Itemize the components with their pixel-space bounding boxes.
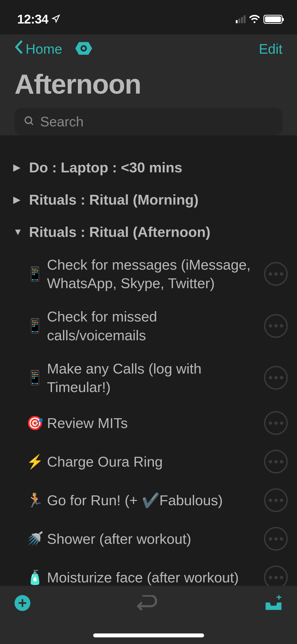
status-time: 12:34: [17, 12, 48, 26]
section-header[interactable]: Do : Laptop : <30 mins: [0, 151, 297, 183]
nav-bar: Home Edit: [0, 34, 297, 63]
page-title: Afternoon: [0, 63, 297, 108]
task-emoji-icon: ⚡: [26, 454, 42, 470]
back-label: Home: [26, 41, 62, 57]
edit-button[interactable]: Edit: [259, 41, 282, 57]
undo-button[interactable]: [137, 595, 158, 615]
more-button[interactable]: [264, 527, 288, 551]
nav-left: Home: [15, 40, 93, 58]
disclosure-triangle-icon: [13, 162, 21, 173]
svg-point-1: [82, 47, 85, 50]
task-text: Moisturize face (after workout): [47, 568, 259, 587]
ellipsis-icon: [269, 537, 283, 541]
task-item[interactable]: 📱 Check for missed calls/voicemails: [0, 300, 297, 352]
section-title: Rituals : Ritual (Afternoon): [29, 224, 210, 240]
add-button[interactable]: [15, 595, 30, 611]
ellipsis-icon: [269, 499, 283, 502]
section-title: Rituals : Ritual (Morning): [29, 191, 199, 208]
ellipsis-icon: [269, 324, 283, 328]
more-button[interactable]: [264, 411, 288, 435]
more-button[interactable]: [264, 262, 288, 286]
search-placeholder: Search: [40, 114, 84, 130]
perspective-icon[interactable]: [74, 41, 93, 57]
task-text: Check for messages (iMessage, WhatsApp, …: [47, 255, 259, 292]
section-header[interactable]: Rituals : Ritual (Morning): [0, 183, 297, 216]
task-text: Review MITs: [47, 414, 259, 432]
task-emoji-icon: 🏃🏼: [26, 492, 42, 508]
chevron-left-icon: [15, 40, 23, 58]
ellipsis-icon: [269, 576, 283, 579]
disclosure-triangle-icon: [13, 194, 21, 205]
ellipsis-icon: [269, 460, 283, 463]
more-button[interactable]: [264, 488, 288, 512]
header-section: Home Edit Afternoon Search: [0, 34, 297, 135]
content: Do : Laptop : <30 mins Rituals : Ritual …: [0, 143, 297, 597]
task-item[interactable]: 🚿 Shower (after workout): [0, 519, 297, 558]
disclosure-triangle-icon: [13, 226, 21, 237]
task-item[interactable]: ⚡ Charge Oura Ring: [0, 442, 297, 481]
status-bar: 12:34: [0, 0, 297, 34]
task-emoji-icon: 🎯: [26, 415, 42, 431]
ellipsis-icon: [269, 272, 283, 276]
task-text: Go for Run! (+ ✔️Fabulous): [47, 491, 259, 509]
task-text: Make any Calls (log with Timeular!): [47, 359, 259, 396]
wifi-icon: [249, 14, 260, 24]
ellipsis-icon: [269, 376, 283, 379]
search-input[interactable]: Search: [15, 108, 282, 135]
task-item[interactable]: 🎯 Review MITs: [0, 404, 297, 442]
inbox-button[interactable]: +: [265, 595, 282, 613]
task-emoji-icon: 📱: [26, 266, 42, 282]
section-header[interactable]: Rituals : Ritual (Afternoon): [0, 216, 297, 248]
svg-line-3: [31, 122, 33, 125]
ellipsis-icon: [269, 421, 283, 425]
task-item[interactable]: 🏃🏼 Go for Run! (+ ✔️Fabulous): [0, 481, 297, 519]
section-title: Do : Laptop : <30 mins: [29, 159, 182, 176]
svg-point-2: [25, 117, 32, 123]
status-right: [236, 14, 282, 24]
task-emoji-icon: 📱: [26, 370, 42, 386]
more-button[interactable]: [264, 366, 288, 390]
search-icon: [24, 116, 35, 128]
svg-text:+: +: [276, 595, 282, 602]
battery-icon: [263, 15, 282, 24]
task-text: Check for missed calls/voicemails: [47, 307, 259, 344]
task-text: Charge Oura Ring: [47, 452, 259, 471]
home-indicator[interactable]: [93, 633, 204, 637]
status-left: 12:34: [17, 12, 60, 26]
more-button[interactable]: [264, 314, 288, 338]
task-emoji-icon: 🚿: [26, 531, 42, 547]
location-icon: [51, 15, 60, 24]
back-button[interactable]: Home: [15, 40, 62, 58]
task-item[interactable]: 📱 Make any Calls (log with Timeular!): [0, 352, 297, 404]
task-emoji-icon: 📱: [26, 318, 42, 334]
signal-bars-icon: [236, 15, 246, 23]
task-emoji-icon: 🧴: [26, 569, 42, 586]
task-item[interactable]: 📱 Check for messages (iMessage, WhatsApp…: [0, 248, 297, 300]
more-button[interactable]: [264, 450, 288, 473]
task-text: Shower (after workout): [47, 530, 259, 548]
